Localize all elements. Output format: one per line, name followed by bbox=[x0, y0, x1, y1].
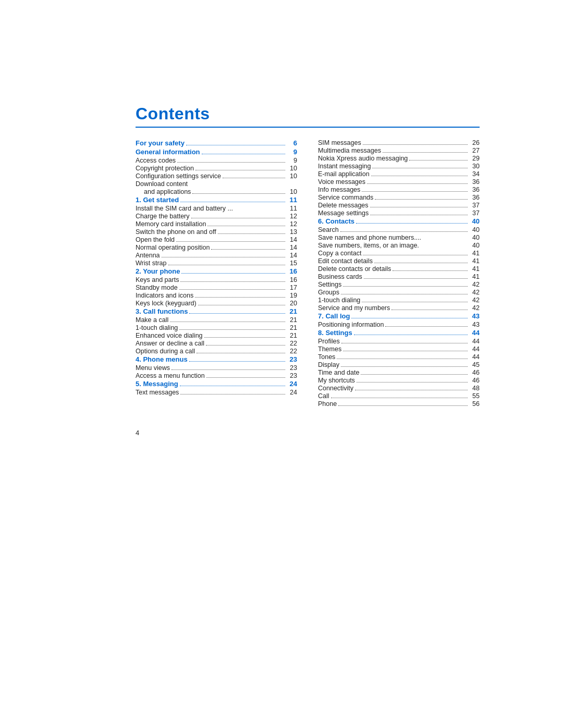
toc-item: Message settings37 bbox=[318, 209, 480, 217]
toc-item-label: Keys and parts bbox=[136, 276, 179, 283]
toc-item: Copyright protection10 bbox=[136, 165, 297, 172]
toc-item: Copy a contact41 bbox=[318, 250, 480, 257]
toc-item-label: Business cards bbox=[318, 273, 362, 280]
toc-item: Configuration settings service10 bbox=[136, 172, 297, 180]
toc-item: Charge the battery12 bbox=[136, 213, 297, 220]
toc-item-label: 1-touch dialing bbox=[136, 324, 178, 331]
left-column: For your safety6General information9Acce… bbox=[136, 139, 297, 408]
toc-heading: 6. Contacts40 bbox=[318, 217, 480, 225]
toc-heading: 3. Call functions21 bbox=[136, 307, 297, 315]
toc-heading-label: For your safety bbox=[136, 139, 185, 147]
toc-item: Search40 bbox=[318, 226, 480, 233]
toc-item-page: 27 bbox=[469, 147, 480, 154]
toc-item-page: 40 bbox=[469, 226, 480, 233]
toc-item: Info messages36 bbox=[318, 186, 480, 193]
toc-page-number: 24 bbox=[287, 380, 297, 388]
toc-item-page: 12 bbox=[287, 220, 297, 228]
toc-page-number: 43 bbox=[469, 312, 480, 320]
toc-item-page: 14 bbox=[287, 252, 297, 259]
toc-columns: For your safety6General information9Acce… bbox=[136, 139, 480, 408]
toc-item: Service commands36 bbox=[318, 194, 480, 201]
toc-item: Enhanced voice dialing21 bbox=[136, 332, 297, 339]
toc-item-label: Save numbers, items, or an image. bbox=[318, 242, 419, 249]
toc-heading: 8. Settings44 bbox=[318, 329, 480, 337]
toc-item: Delete contacts or details41 bbox=[318, 265, 480, 273]
toc-item: Answer or decline a call22 bbox=[136, 340, 297, 347]
toc-heading-label: 2. Your phone bbox=[136, 267, 180, 275]
toc-item-page: 36 bbox=[469, 194, 480, 201]
toc-heading: For your safety6 bbox=[136, 139, 297, 147]
toc-item-page: 37 bbox=[469, 202, 480, 209]
toc-item: Make a call21 bbox=[136, 316, 297, 324]
toc-item-page: 16 bbox=[287, 276, 297, 283]
toc-item: Keys and parts16 bbox=[136, 276, 297, 283]
toc-item-label: Keys lock (keyguard) bbox=[136, 300, 197, 307]
toc-item-page: 40 bbox=[469, 242, 480, 249]
toc-item: Text messages24 bbox=[136, 389, 297, 396]
toc-item-label: Profiles bbox=[318, 338, 340, 345]
toc-item-label: Settings bbox=[318, 281, 341, 288]
toc-item: Download content bbox=[136, 180, 297, 188]
page-number: 4 bbox=[136, 429, 139, 437]
toc-page-number: 44 bbox=[469, 329, 480, 337]
toc-item-page: 41 bbox=[469, 257, 480, 265]
toc-item-label: Time and date bbox=[318, 369, 359, 376]
toc-item-page: 22 bbox=[287, 340, 297, 347]
title-divider bbox=[136, 127, 480, 128]
toc-item-page: 46 bbox=[469, 369, 480, 376]
toc-item-label: Wrist strap bbox=[136, 260, 167, 267]
toc-item-label: Memory card installation bbox=[136, 220, 206, 228]
toc-item-page: 9 bbox=[287, 157, 297, 164]
toc-heading-label: 7. Call log bbox=[318, 312, 350, 320]
toc-item-label: Positioning information bbox=[318, 321, 384, 328]
toc-item-label: Message settings bbox=[318, 209, 369, 217]
toc-item-label: Enhanced voice dialing bbox=[136, 332, 203, 339]
toc-item-label: Configuration settings service bbox=[136, 172, 221, 180]
toc-item-page: 34 bbox=[469, 170, 480, 178]
toc-item-page: 44 bbox=[469, 338, 480, 345]
toc-item: Menu views23 bbox=[136, 364, 297, 372]
toc-item-label: Antenna bbox=[136, 252, 160, 259]
toc-item: Edit contact details41 bbox=[318, 257, 480, 265]
toc-item-label: Text messages bbox=[136, 389, 179, 396]
toc-item: SIM messages26 bbox=[318, 139, 480, 146]
toc-item: Call55 bbox=[318, 392, 480, 400]
toc-item-label: 1-touch dialing bbox=[318, 297, 360, 304]
page: Contents For your safety6General informa… bbox=[0, 0, 563, 728]
toc-item: Service and my numbers42 bbox=[318, 304, 480, 312]
toc-heading-label: 3. Call functions bbox=[136, 307, 188, 315]
toc-item: Save numbers, items, or an image.40 bbox=[318, 242, 480, 249]
toc-item-page: 26 bbox=[469, 139, 480, 146]
toc-item-label: Info messages bbox=[318, 186, 360, 193]
toc-item-label: Delete messages bbox=[318, 202, 369, 209]
toc-item-page: 10 bbox=[287, 172, 297, 180]
toc-item: Save names and phone numbers....40 bbox=[318, 234, 480, 241]
toc-item-label: Options during a call bbox=[136, 348, 195, 355]
toc-item-page: 29 bbox=[469, 155, 480, 162]
toc-item: Themes44 bbox=[318, 346, 480, 353]
toc-item-page: 11 bbox=[287, 205, 297, 212]
toc-item-label: Download content bbox=[136, 180, 188, 188]
toc-item-page: 17 bbox=[287, 284, 297, 291]
toc-item-label: Normal operating position bbox=[136, 244, 210, 251]
toc-item: Switch the phone on and off13 bbox=[136, 228, 297, 236]
toc-heading: General information9 bbox=[136, 148, 297, 156]
toc-item: My shortcuts46 bbox=[318, 377, 480, 384]
toc-heading-label: 5. Messaging bbox=[136, 380, 178, 388]
toc-item: Voice messages36 bbox=[318, 178, 480, 186]
toc-item: Memory card installation12 bbox=[136, 220, 297, 228]
toc-item-page: 56 bbox=[469, 400, 480, 408]
toc-item-label: Nokia Xpress audio messaging bbox=[318, 155, 408, 162]
toc-item-page: 40 bbox=[469, 234, 480, 241]
toc-item-label: Instant messaging bbox=[318, 163, 371, 170]
toc-item: Business cards41 bbox=[318, 273, 480, 280]
toc-item-label: Themes bbox=[318, 346, 341, 353]
toc-item-label: Tones bbox=[318, 353, 335, 361]
right-column: SIM messages26Multimedia messages27Nokia… bbox=[318, 139, 480, 408]
toc-item-page: 43 bbox=[469, 321, 480, 328]
toc-item-label: Display bbox=[318, 361, 339, 368]
toc-heading: 7. Call log43 bbox=[318, 312, 480, 320]
toc-item-page: 10 bbox=[287, 165, 297, 172]
toc-item-label: My shortcuts bbox=[318, 377, 355, 384]
toc-item-page: 24 bbox=[287, 389, 297, 396]
